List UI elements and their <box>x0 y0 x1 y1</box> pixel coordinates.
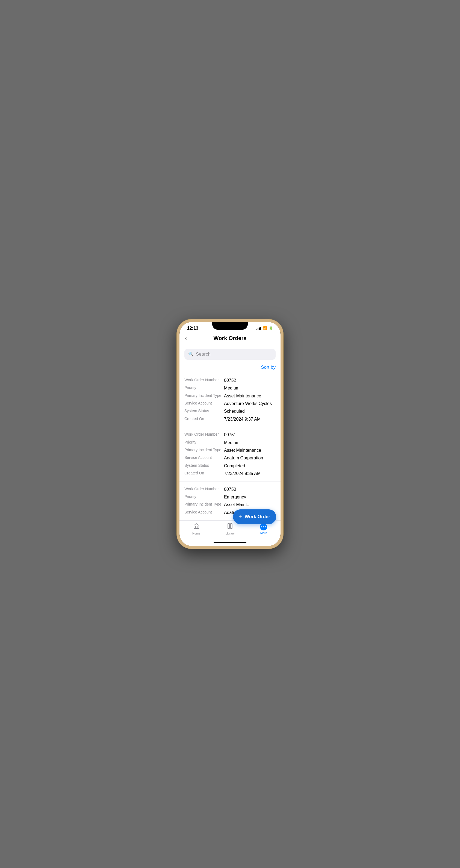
field-label: Work Order Number <box>184 377 224 383</box>
header: ‹ Work Orders <box>180 332 280 345</box>
field-value: Medium <box>224 440 240 446</box>
table-row: Primary Incident Type Asset Maintenance <box>184 392 276 400</box>
wifi-icon: 📶 <box>263 326 267 330</box>
field-value: Asset Maintenance <box>224 393 261 399</box>
table-row: System Status Scheduled <box>184 407 276 415</box>
screen-content: 12:13 📶 🔋 ‹ Work Orders <box>180 322 280 546</box>
field-value: 00750 <box>224 487 236 492</box>
field-label: Primary Incident Type <box>184 393 224 399</box>
battery-icon: 🔋 <box>269 326 273 330</box>
tab-home-label: Home <box>192 532 200 535</box>
field-label: Created On <box>184 471 224 476</box>
home-indicator <box>180 540 280 546</box>
more-icon <box>260 523 267 530</box>
status-icons: 📶 🔋 <box>256 326 273 330</box>
field-value: Adatum Corporation <box>224 455 263 461</box>
library-icon <box>227 523 233 531</box>
field-value: Scheduled <box>224 408 245 414</box>
field-value: 00751 <box>224 432 236 438</box>
notch <box>212 322 248 330</box>
field-label: Primary Incident Type <box>184 502 224 508</box>
tab-more-label: More <box>260 531 267 534</box>
sort-by-button[interactable]: Sort by <box>261 365 276 370</box>
field-label: Work Order Number <box>184 487 224 492</box>
field-value: Emergency <box>224 494 246 500</box>
field-label: Priority <box>184 440 224 446</box>
table-row: Work Order Number 00750 <box>184 486 276 493</box>
field-value: 7/23/2024 9:37 AM <box>224 416 260 422</box>
table-row: System Status Completed <box>184 462 276 470</box>
field-label: Primary Incident Type <box>184 447 224 454</box>
field-value: 7/23/2024 9:35 AM <box>224 471 260 476</box>
table-row: Service Account Adventure Works Cycles <box>184 400 276 407</box>
svg-rect-0 <box>228 524 229 528</box>
field-value: Asset Maintenance <box>224 447 261 454</box>
search-bar[interactable]: 🔍 Search <box>184 349 276 360</box>
field-value: Completed <box>224 463 245 469</box>
work-orders-list: Work Order Number 00752 Priority Medium … <box>180 373 280 520</box>
phone-screen: 12:13 📶 🔋 ‹ Work Orders <box>180 322 280 546</box>
status-time: 12:13 <box>187 326 198 331</box>
field-label: System Status <box>184 463 224 469</box>
search-icon: 🔍 <box>188 351 194 357</box>
table-row: Priority Medium <box>184 384 276 392</box>
field-label: Priority <box>184 385 224 391</box>
table-row: Priority Medium <box>184 439 276 446</box>
sort-container: Sort by <box>180 364 280 373</box>
table-row: Service Account Adatum Corporation <box>184 454 276 462</box>
table-row: Created On 7/23/2024 9:35 AM <box>184 470 276 477</box>
table-row: Primary Incident Type Asset Maint... <box>184 501 276 508</box>
search-container: 🔍 Search <box>180 345 280 364</box>
tab-library-label: Library <box>225 532 235 535</box>
table-row: Created On 7/23/2024 9:37 AM <box>184 415 276 423</box>
phone-frame: 12:13 📶 🔋 ‹ Work Orders <box>177 319 283 549</box>
page-title: Work Orders <box>214 335 247 341</box>
svg-rect-1 <box>229 524 231 528</box>
back-icon: ‹ <box>185 335 187 342</box>
home-bar <box>214 542 246 543</box>
table-row: Priority Emergency <box>184 493 276 501</box>
field-label: Service Account <box>184 455 224 461</box>
home-icon <box>193 523 200 531</box>
field-label: System Status <box>184 408 224 414</box>
tab-more[interactable]: More <box>254 523 273 534</box>
work-order-card-1[interactable]: Work Order Number 00752 Priority Medium … <box>180 373 280 427</box>
field-label: Work Order Number <box>184 432 224 438</box>
table-row: Primary Incident Type Asset Maintenance <box>184 446 276 454</box>
work-order-card-2[interactable]: Work Order Number 00751 Priority Medium … <box>180 427 280 482</box>
field-label: Priority <box>184 494 224 500</box>
table-row: Work Order Number 00751 <box>184 431 276 439</box>
fab-label: Work Order <box>245 514 270 520</box>
field-label: Created On <box>184 416 224 422</box>
plus-icon: + <box>239 513 243 520</box>
field-label: Service Account <box>184 510 224 516</box>
field-label: Service Account <box>184 401 224 407</box>
create-work-order-button[interactable]: + Work Order <box>233 509 276 524</box>
table-row: Work Order Number 00752 <box>184 377 276 384</box>
field-value: Asset Maint... <box>224 502 250 508</box>
tab-library[interactable]: Library <box>220 523 240 535</box>
svg-rect-2 <box>231 524 232 528</box>
signal-icon <box>256 327 261 330</box>
search-input[interactable]: Search <box>196 351 211 357</box>
back-button[interactable]: ‹ <box>185 335 187 342</box>
field-value: Medium <box>224 385 240 391</box>
fab-container: + Work Order <box>233 509 276 524</box>
field-value: 00752 <box>224 377 236 383</box>
field-value: Adventure Works Cycles <box>224 401 272 407</box>
tab-home[interactable]: Home <box>187 523 206 535</box>
